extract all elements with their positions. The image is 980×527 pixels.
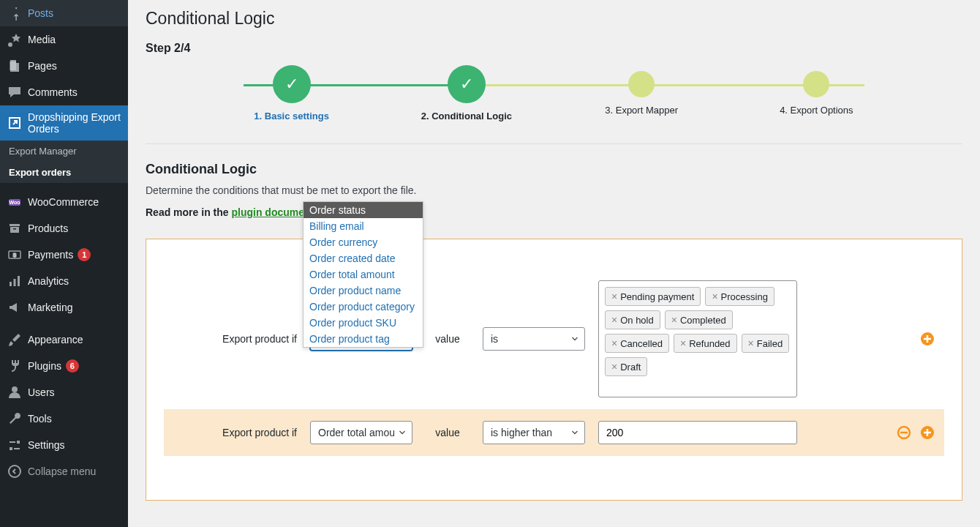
tag-label: Cancelled [620,338,663,349]
status-tag[interactable]: ×Refunded [674,334,737,353]
status-tag[interactable]: ×Cancelled [605,334,669,353]
wrench-icon [7,411,22,426]
rule-row: Export product if Order status value is … [164,269,944,409]
remove-rule-icon[interactable] [896,425,912,441]
dropdown-option[interactable]: Order product SKU [304,315,423,331]
dropdown-option[interactable]: Order total amount [304,266,423,283]
remove-tag-icon[interactable]: × [748,337,754,349]
sidebar-item-media[interactable]: Media [0,26,128,53]
sidebar-item-users[interactable]: Users [0,379,128,405]
tag-label: On hold [620,315,654,326]
svg-point-12 [12,386,18,392]
dropdown-option[interactable]: Order currency [304,234,423,250]
media-icon [7,32,22,47]
count-badge: 1 [78,248,91,261]
count-badge: 6 [66,359,79,373]
status-tag[interactable]: ×Processing [705,287,774,306]
checkmark-icon: ✓ [273,65,311,103]
status-tag[interactable]: ×Pending payment [605,287,701,306]
remove-tag-icon[interactable]: × [611,314,617,326]
sidebar-item-payments[interactable]: $Payments1 [0,242,128,268]
svg-text:$: $ [13,252,17,258]
sidebar-item-tools[interactable]: Tools [0,405,128,432]
dropdown-option[interactable]: Order product tag [304,331,423,347]
step-export-options[interactable]: 4. Export Options [729,65,904,116]
svg-rect-9 [10,282,12,286]
sidebar-item-products[interactable]: Products [0,215,128,242]
status-tag[interactable]: ×Completed [665,310,733,329]
svg-rect-11 [18,276,20,286]
doc-line: Read more in the plugin documentation [146,206,962,218]
sidebar-item-posts[interactable]: Posts [0,0,128,26]
sidebar-item-appearance[interactable]: Appearance [0,326,128,353]
sidebar-item-dropshipping-export-orders[interactable]: Dropshipping Export Orders [0,105,128,141]
section-description: Determine the conditions that must be me… [146,184,962,196]
brush-icon [7,332,22,347]
section-title: Conditional Logic [146,162,962,177]
dropdown-option[interactable]: Order status [304,202,423,218]
remove-tag-icon[interactable]: × [611,361,617,373]
remove-tag-icon[interactable]: × [671,314,677,326]
tag-label: Refunded [689,338,730,349]
rule-row: Export product if Order total amount val… [164,409,944,456]
rule-value-input[interactable] [598,421,797,444]
sidebar-item-analytics[interactable]: Analytics [0,268,128,294]
page-icon [7,59,22,73]
sidebar-item-label: Users [28,386,55,398]
status-tag[interactable]: ×Draft [605,357,647,376]
remove-tag-icon[interactable]: × [611,337,617,349]
admin-sidebar: PostsMediaPagesCommentsDropshipping Expo… [0,0,128,527]
step-basic-settings[interactable]: ✓ 1. Basic settings [204,65,379,122]
sidebar-item-label: Settings [28,439,65,451]
external-icon [7,116,22,130]
archive-icon [7,221,22,236]
remove-tag-icon[interactable]: × [611,291,617,302]
dropdown-option[interactable]: Order created date [304,250,423,266]
field-dropdown-popup: Order statusBilling emailOrder currencyO… [303,201,423,348]
rule-field-select[interactable]: Order total amount [310,421,412,444]
rule-condition-select[interactable]: is [483,327,585,351]
rule-condition-select[interactable]: is higher than [483,421,585,444]
value-label: value [426,333,470,345]
sidebar-subitem-export-orders[interactable]: Export orders [0,162,128,183]
sidebar-item-label: Appearance [28,334,83,345]
sidebar-item-comments[interactable]: Comments [0,79,128,105]
sidebar-item-label: Products [28,223,68,234]
dropdown-option[interactable]: Order product name [304,283,423,299]
rule-label: Export product if [173,333,297,345]
value-label: value [426,427,470,438]
payments-icon: $ [7,247,22,262]
dropdown-option[interactable]: Order product category [304,299,423,315]
tag-label: Pending payment [620,291,694,302]
sidebar-subitem-export-manager[interactable]: Export Manager [0,141,128,162]
remove-tag-icon[interactable]: × [712,291,717,302]
sidebar-item-pages[interactable]: Pages [0,53,128,79]
add-rule-icon[interactable] [919,331,935,347]
tag-label: Processing [721,291,768,302]
sidebar-item-woocommerce[interactable]: WooWooCommerce [0,189,128,215]
sidebar-item-plugins[interactable]: Plugins6 [0,353,128,379]
dropdown-option[interactable]: Billing email [304,218,423,234]
svg-rect-0 [10,61,16,70]
remove-tag-icon[interactable]: × [680,337,686,349]
sidebar-item-label: Dropshipping Export Orders [28,111,121,135]
comment-icon [7,85,22,100]
svg-rect-10 [14,279,16,286]
status-tag[interactable]: ×Failed [742,334,790,353]
sidebar-item-collapse-menu[interactable]: Collapse menu [0,458,128,485]
status-tag[interactable]: ×On hold [605,310,660,329]
step-export-mapper[interactable]: 3. Export Mapper [554,65,729,116]
sidebar-item-marketing[interactable]: Marketing [0,294,128,321]
step-dot-icon [803,71,829,97]
tag-label: Draft [620,362,641,373]
sidebar-item-label: Media [28,34,56,45]
rule-value-tags[interactable]: ×Pending payment×Processing×On hold×Comp… [598,280,797,397]
tag-label: Completed [680,315,726,326]
sidebar-item-label: Comments [28,86,78,98]
svg-text:Woo: Woo [9,200,20,205]
sidebar-item-settings[interactable]: Settings [0,432,128,458]
svg-rect-6 [13,228,16,230]
sidebar-item-label: Marketing [28,302,72,313]
step-conditional-logic[interactable]: ✓ 2. Conditional Logic [379,65,554,122]
add-rule-icon[interactable] [919,425,935,441]
